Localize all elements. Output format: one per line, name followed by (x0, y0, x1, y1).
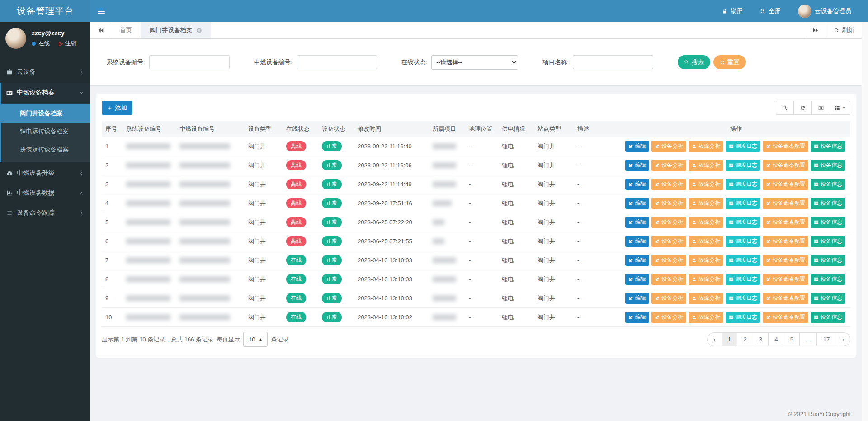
action-button-edit[interactable]: 编辑 (625, 293, 649, 304)
action-button-edit[interactable]: 编辑 (625, 217, 649, 228)
action-button-edit[interactable]: 编辑 (625, 198, 649, 209)
vertical-scrollbar[interactable] (862, 22, 868, 421)
action-button-device-command-config[interactable]: 设备命令配置 (763, 217, 808, 228)
tabs-scroll-left-button[interactable] (90, 22, 111, 38)
action-button-edit[interactable]: 编辑 (625, 141, 649, 152)
action-button-device-analysis[interactable]: 设备分析 (651, 236, 686, 247)
action-button-fault-analysis[interactable]: 故障分析 (689, 274, 723, 285)
action-button-edit[interactable]: 编辑 (625, 255, 649, 266)
action-button-device-command-config[interactable]: 设备命令配置 (763, 198, 808, 209)
action-button-device-analysis[interactable]: 设备分析 (651, 160, 686, 171)
sidebar-item-valve-well-archive[interactable]: 阀门井设备档案 (1, 104, 90, 123)
action-button-device-info[interactable]: 设备信息 (811, 160, 845, 171)
tab-close-icon[interactable] (196, 28, 202, 33)
sidebar-item-device-command-trace[interactable]: 设备命令跟踪 (0, 203, 90, 223)
pagination-page-17[interactable]: 17 (817, 332, 836, 346)
search-button[interactable]: 搜索 (678, 55, 710, 69)
action-button-fault-analysis[interactable]: 故障分析 (689, 141, 723, 152)
table-refresh-button[interactable] (794, 101, 812, 115)
action-button-edit[interactable]: 编辑 (625, 179, 649, 190)
sidebar-item-lithium-remote-archive[interactable]: 锂电远传设备档案 (1, 123, 90, 141)
action-button-device-info[interactable]: 设备信息 (811, 141, 845, 152)
pagination-page-1[interactable]: 1 (722, 332, 738, 346)
sidebar-item-zr-device-archive[interactable]: 中燃设备档案 (1, 83, 90, 103)
action-button-device-command-config[interactable]: 设备命令配置 (763, 236, 808, 247)
action-button-device-analysis[interactable]: 设备分析 (651, 255, 686, 266)
pagination-prev[interactable]: ‹ (707, 332, 722, 346)
sidebar-item-assembled-remote-archive[interactable]: 拼装远传设备档案 (1, 141, 90, 159)
action-button-fault-analysis[interactable]: 故障分析 (689, 160, 723, 171)
table-columns-button[interactable]: ▼ (830, 101, 850, 115)
tab-home[interactable]: 首页 (111, 22, 141, 38)
user-menu[interactable]: 云设备管理员 (789, 0, 860, 22)
tab-valve-well-archive[interactable]: 阀门井设备档案 (141, 22, 211, 38)
add-button[interactable]: 添加 (102, 101, 132, 115)
action-button-device-analysis[interactable]: 设备分析 (651, 293, 686, 304)
action-button-fault-analysis[interactable]: 故障分析 (689, 217, 723, 228)
lock-screen-button[interactable]: 锁屏 (713, 0, 751, 22)
page-size-dropdown[interactable]: 10 ▲ (243, 332, 268, 347)
action-button-device-info[interactable]: 设备信息 (811, 179, 845, 190)
action-button-device-command-config[interactable]: 设备命令配置 (763, 312, 808, 323)
action-button-device-command-config[interactable]: 设备命令配置 (763, 179, 808, 190)
tab-refresh-button[interactable]: 刷新 (826, 22, 862, 38)
action-button-device-analysis[interactable]: 设备分析 (651, 274, 686, 285)
action-button-dispatch-log[interactable]: 调度日志 (726, 255, 760, 266)
action-button-dispatch-log[interactable]: 调度日志 (726, 179, 760, 190)
action-button-edit[interactable]: 编辑 (625, 274, 649, 285)
action-button-fault-analysis[interactable]: 故障分析 (689, 198, 723, 209)
action-button-dispatch-log[interactable]: 调度日志 (726, 274, 760, 285)
action-button-dispatch-log[interactable]: 调度日志 (726, 293, 760, 304)
zr-device-no-input[interactable] (297, 55, 377, 69)
sidebar-toggle-button[interactable] (90, 0, 112, 22)
pagination-page-3[interactable]: 3 (753, 332, 769, 346)
action-button-dispatch-log[interactable]: 调度日志 (726, 236, 760, 247)
action-button-device-command-config[interactable]: 设备命令配置 (763, 293, 808, 304)
action-button-edit[interactable]: 编辑 (625, 160, 649, 171)
action-button-device-analysis[interactable]: 设备分析 (651, 312, 686, 323)
logout-link[interactable]: 注销 (58, 40, 76, 47)
action-button-device-command-config[interactable]: 设备命令配置 (763, 274, 808, 285)
action-button-dispatch-log[interactable]: 调度日志 (726, 312, 760, 323)
sidebar-item-zr-device-data[interactable]: 中燃设备数据 (0, 183, 90, 203)
action-button-device-info[interactable]: 设备信息 (811, 293, 845, 304)
action-button-dispatch-log[interactable]: 调度日志 (726, 198, 760, 209)
action-button-fault-analysis[interactable]: 故障分析 (689, 179, 723, 190)
action-button-fault-analysis[interactable]: 故障分析 (689, 312, 723, 323)
action-button-device-command-config[interactable]: 设备命令配置 (763, 255, 808, 266)
action-button-fault-analysis[interactable]: 故障分析 (689, 293, 723, 304)
table-search-toggle-button[interactable] (776, 101, 794, 115)
action-button-device-info[interactable]: 设备信息 (811, 236, 845, 247)
system-device-no-input[interactable] (149, 55, 230, 69)
action-button-device-info[interactable]: 设备信息 (811, 217, 845, 228)
action-button-device-analysis[interactable]: 设备分析 (651, 179, 686, 190)
sidebar-item-zr-device-upgrade[interactable]: 中燃设备升级 (0, 163, 90, 183)
action-button-device-info[interactable]: 设备信息 (811, 198, 845, 209)
action-button-dispatch-log[interactable]: 调度日志 (726, 141, 760, 152)
reset-button[interactable]: 重置 (713, 55, 746, 69)
sidebar-item-cloud-devices[interactable]: 云设备 (0, 62, 90, 82)
pagination-page-5[interactable]: 5 (784, 332, 800, 346)
action-button-edit[interactable]: 编辑 (625, 236, 649, 247)
table-detail-view-button[interactable] (812, 101, 830, 115)
fullscreen-button[interactable]: 全屏 (751, 0, 789, 22)
action-button-device-info[interactable]: 设备信息 (811, 274, 845, 285)
project-name-input[interactable] (573, 55, 653, 69)
action-button-dispatch-log[interactable]: 调度日志 (726, 217, 760, 228)
action-button-device-analysis[interactable]: 设备分析 (651, 198, 686, 209)
pagination-next[interactable]: › (836, 332, 851, 346)
action-button-edit[interactable]: 编辑 (625, 312, 649, 323)
action-button-device-command-config[interactable]: 设备命令配置 (763, 160, 808, 171)
online-status-select[interactable]: --请选择-- (431, 55, 518, 70)
action-button-fault-analysis[interactable]: 故障分析 (689, 236, 723, 247)
action-button-device-info[interactable]: 设备信息 (811, 255, 845, 266)
action-button-device-info[interactable]: 设备信息 (811, 312, 845, 323)
action-button-device-analysis[interactable]: 设备分析 (651, 141, 686, 152)
action-button-device-command-config[interactable]: 设备命令配置 (763, 141, 808, 152)
action-button-device-analysis[interactable]: 设备分析 (651, 217, 686, 228)
pagination-page-2[interactable]: 2 (737, 332, 753, 346)
action-button-fault-analysis[interactable]: 故障分析 (689, 255, 723, 266)
pagination-page-4[interactable]: 4 (769, 332, 784, 346)
tabs-scroll-right-button[interactable] (805, 22, 826, 38)
action-button-dispatch-log[interactable]: 调度日志 (726, 160, 760, 171)
